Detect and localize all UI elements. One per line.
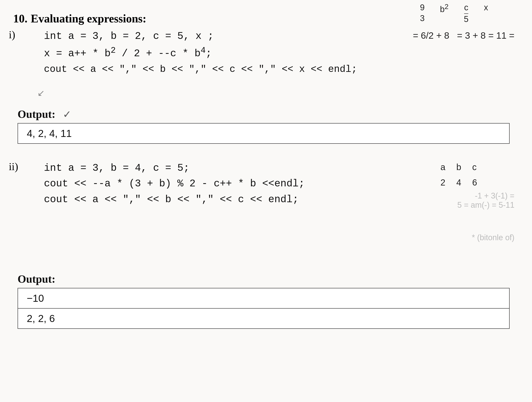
part-ii-line3: cout << a << "," << b << "," << c << end… [44, 192, 305, 207]
annot-ii-a-val: 2 [440, 176, 445, 189]
output-row-1: −10 [18, 288, 509, 309]
checkmark-1: ✓ [63, 109, 71, 120]
output-label-2: Output: [18, 273, 55, 285]
output-row-2: 2, 2, 6 [18, 309, 509, 328]
output-section-1: Output: ✓ 4, 2, 4, 11 [18, 108, 510, 144]
page: 10. Evaluating expressions: 9 3 b2 c 5 x… [0, 0, 532, 402]
annot-ii-b-val: 4 [456, 176, 461, 189]
bg-annot-2: * (bitonle of) [472, 233, 514, 242]
part-i-block: i) int a = 3, b = 2, c = 5, x ; x = a++ … [44, 29, 357, 77]
annot-ii-c-label: c [472, 161, 477, 174]
annot-c5: c 5 [464, 2, 469, 25]
output-label-1: Output: [18, 108, 55, 120]
part-i-line2: x = a++ * b2 / 2 + --c * b4; [44, 44, 357, 62]
section-title: Evaluating expressions: [31, 12, 146, 25]
annot-9-3: 9 3 [420, 2, 424, 24]
part-i-line1: int a = 3, b = 2, c = 5, x ; [44, 29, 357, 44]
part-ii-line1: int a = 3, b = 4, c = 5; [44, 161, 305, 176]
annot-ii-b-label: b [456, 161, 461, 174]
top-right-annotations: 9 3 b2 c 5 x [420, 2, 488, 25]
output-section-2: Output: −10 2, 2, 6 [18, 272, 510, 329]
part-ii-block: ii) int a = 3, b = 4, c = 5; cout << --a… [44, 161, 305, 207]
part-ii-line2: cout << --a * (3 + b) % 2 - c++ * b <<en… [44, 176, 305, 192]
annotation-i-right: = 6/2 + 8 = 3 + 8 = 11 = [413, 29, 514, 42]
annot-ii-c-val: 6 [472, 176, 477, 189]
part-i-label: i) [9, 29, 15, 41]
output-box-2: −10 2, 2, 6 [18, 288, 510, 329]
handwrite-note-i: ↙ [37, 88, 45, 98]
output-box-1: 4, 2, 4, 11 [18, 123, 510, 144]
annotation-ii-right: a b c 2 4 6 [440, 161, 477, 189]
annot-b2: b2 [440, 2, 449, 15]
annot-x: x [484, 2, 488, 13]
bg-annot-1: -1 + 3(-1) = 5 = am(-) = 5-11 [457, 191, 514, 210]
part-i-line3: cout << a << "," << b << "," << c << ","… [44, 62, 357, 77]
part-ii-label: ii) [9, 161, 18, 173]
annot-ii-a-label: a [440, 161, 445, 174]
question-number: 10. [13, 12, 27, 25]
